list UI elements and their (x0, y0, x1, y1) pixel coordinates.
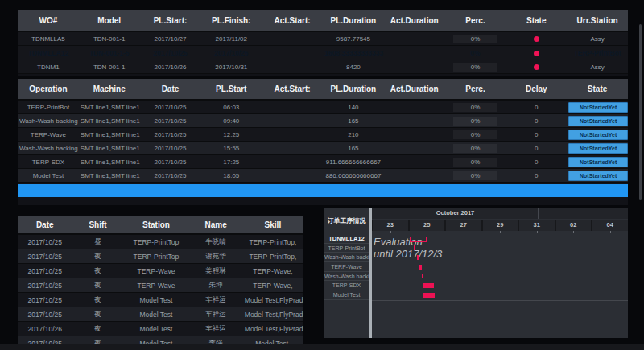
column-header: Urr.Station (567, 10, 628, 31)
cell: 0 (506, 142, 567, 155)
cell (384, 114, 445, 128)
gantt-row-label[interactable]: TERP-SDX (324, 281, 369, 290)
column-header: Machine (79, 79, 140, 100)
state-button[interactable]: NotStartedYet (568, 130, 628, 140)
cell: 0 (506, 128, 567, 142)
table-row[interactable]: TERP-WaveSMT line1,SMT line1,SMT line1,2… (18, 128, 628, 142)
cell (384, 128, 445, 142)
gantt-row-label[interactable]: Model Test (324, 290, 369, 300)
cell: TDN-001-1-5 (79, 46, 140, 60)
state-button[interactable]: NotStartedYet (568, 171, 628, 181)
table-row[interactable]: TERP-PrintBotSMT line1,SMT line1,SMT lin… (18, 100, 628, 114)
table-row[interactable]: TDNM1TDN-001-12017/10/262017/10/3184200%… (18, 60, 628, 74)
cell: TDNMLLA12 (18, 46, 79, 60)
cell: 140 (323, 100, 384, 114)
gantt-bar[interactable] (422, 274, 424, 278)
table-row[interactable]: TERP-SDXSMT line1,SMT line1,SMT line1,20… (18, 155, 628, 169)
cell: 1608.33333333333 (323, 46, 384, 60)
cell (384, 142, 445, 155)
cell: 0 (506, 100, 567, 114)
table-row[interactable]: 2017/10/25夜Model Test车祥运Model Test,FlyPr… (18, 293, 303, 307)
cell: 0% (445, 46, 506, 60)
cell: 2017/10/25 (140, 100, 201, 114)
table-row[interactable]: 2017/10/25昼TERP-PrintTop牛晓晴TERP-PrintTop… (18, 234, 303, 249)
cell (262, 142, 323, 155)
state-button[interactable]: NotStartedYet (568, 102, 628, 113)
table-row[interactable]: 2017/10/25夜TERP-PrintTop谢苑华TERP-PrintTop… (18, 249, 303, 264)
cell: 2017/10/25 (140, 114, 201, 128)
table-row[interactable]: 2017/10/25夜TERP-Wave朱坤TERP-Wave, (18, 278, 303, 293)
gantt-bar[interactable] (414, 245, 415, 250)
gantt-row-label[interactable]: Wash-Wash backing (324, 272, 369, 282)
cell: 2017/10/25 (18, 293, 72, 307)
cell: TDNMLLA5 (18, 31, 79, 46)
cell: 夜 (72, 307, 123, 322)
cell: NotStartedYet (567, 142, 628, 155)
column-header: Act.Start: (262, 10, 323, 31)
state-button[interactable]: NotStartedYet (568, 157, 628, 167)
vertical-scrollbar[interactable] (639, 24, 642, 200)
column-header: Perc. (445, 10, 506, 31)
column-header: PL.Start: (140, 10, 201, 31)
gantt-bar[interactable] (419, 265, 421, 270)
column-header: PL.Start (200, 79, 262, 100)
table-row[interactable]: Wash-Wash backingSMT line1,SMT line1,SMT… (18, 142, 628, 155)
cell: 2017/10/25 (18, 264, 72, 278)
gantt-bar[interactable] (423, 283, 434, 288)
gantt-plot: October 2017 23252729310204 Evaluation u… (372, 208, 628, 338)
table-row[interactable]: 2017/10/26夜Model Test车祥运Model Test,FlyPr… (18, 322, 303, 336)
cell: 车祥运 (188, 322, 242, 336)
column-header: Act.Duration (384, 10, 445, 31)
gantt-row-label[interactable]: TERP-Wave (324, 262, 369, 272)
gantt-row-label[interactable]: Wash-Wash backing (324, 253, 369, 262)
cell (262, 100, 323, 114)
selected-empty-row[interactable] (18, 184, 628, 197)
cell: 2017/10/25 (140, 128, 201, 142)
gantt-row-label[interactable]: TERP-PrintBot (324, 244, 369, 253)
column-header: Date (140, 79, 201, 100)
cell: 911.666666666667 (323, 155, 384, 169)
cell: 165 (323, 142, 384, 155)
cell: 夜 (72, 293, 123, 307)
cell: Model Test (124, 307, 189, 322)
gantt-bar[interactable] (410, 237, 427, 242)
cell: 18:05 (200, 169, 262, 183)
cell: Model Test (124, 322, 189, 336)
state-button[interactable]: NotStartedYet (568, 116, 628, 126)
gantt-day-tick: 27 (446, 220, 481, 231)
cell: TDN-001-1 (79, 31, 140, 46)
cell: TERP-PrintTop (124, 249, 189, 264)
gantt-bar[interactable] (423, 293, 435, 298)
state-button[interactable]: NotStartedYet (568, 143, 628, 154)
cell: 夜 (72, 249, 123, 264)
gantt-row-label[interactable]: TDNMLLA12 (324, 234, 369, 244)
cell: 车祥运 (188, 293, 242, 307)
column-header: Name (188, 216, 242, 234)
cell (384, 46, 445, 60)
cell: 0 (506, 155, 567, 169)
cell (262, 46, 323, 60)
progress-value: 0% (453, 35, 497, 43)
progress-value: 0% (453, 117, 497, 126)
gantt-day-tick: 31 (519, 220, 555, 231)
table-row[interactable]: 2017/10/25夜Model Test车祥运Model Test,FlyPr… (18, 307, 303, 322)
cell (506, 46, 567, 60)
column-header: Delay (506, 79, 567, 100)
column-header: Date (18, 216, 72, 234)
column-header: State (506, 10, 567, 31)
table-row[interactable]: TDNMLLA5TDN-001-12017/10/272017/11/02958… (18, 31, 628, 46)
cell: Model Test (18, 169, 79, 183)
column-header: PL.Finish: (200, 10, 262, 31)
cell: Assy (567, 60, 628, 74)
cell: 2017/10/25 (140, 142, 201, 155)
gantt-day-tick: 29 (483, 220, 518, 231)
table-row[interactable]: 2017/10/25夜TERP-Wave姜程琳TERP-Wave, (18, 264, 303, 278)
cell: 2017/10/25 (140, 155, 201, 169)
column-header: Skill (243, 216, 303, 234)
cell: 0% (445, 142, 506, 155)
table-row[interactable]: TDNMLLA12TDN-001-1-52017/10/252017/10/26… (18, 46, 628, 60)
gantt-bar[interactable] (417, 255, 419, 260)
table-row[interactable]: Wash-Wash backingSMT line1,SMT line1,SMT… (18, 114, 628, 128)
table-row[interactable]: Model TestSMT line1,SMT line1,SMT line1,… (18, 169, 628, 183)
cell: 0% (445, 114, 506, 128)
